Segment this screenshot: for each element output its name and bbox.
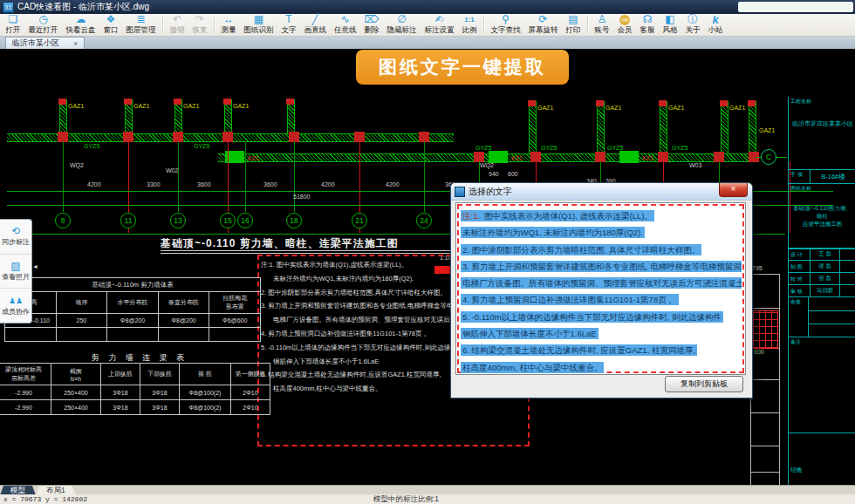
cloud-drive-label: 快看云盘 (66, 25, 96, 36)
side-sync-markup[interactable]: ⟲同步标注 (0, 220, 31, 255)
dialog-line-text: 钢筋伸入下部墙体长度不小于1.6LaE (461, 328, 598, 339)
grid-bubble[interactable]: 15 (220, 213, 236, 228)
boundary-column (223, 99, 231, 105)
toolbar-open[interactable]: ❏打开 (2, 14, 24, 36)
wall-label: 600 (508, 171, 518, 177)
toolbar-vip[interactable]: VIP会员 (613, 14, 636, 36)
toolbar-window[interactable]: ❖窗口 (99, 14, 122, 36)
wall-stub (224, 99, 232, 134)
dimension-text: 4200 (87, 181, 101, 187)
toolbar-layers[interactable]: ≣图层管理 (122, 14, 160, 36)
pen-settings-icon: ✍ (434, 14, 443, 25)
dialog-line-text: 2. 图中涂阴影部分表示剪力墙暗柱范围, 具体尺寸详暗柱大样图。 (461, 244, 701, 255)
collaboration-label: 成员协作 (2, 307, 30, 317)
grid-bubble[interactable]: 16 (237, 213, 253, 228)
titlebar-quick-box[interactable] (738, 2, 853, 12)
toolbar-style[interactable]: ◧风格 (659, 14, 681, 36)
toolbar-undo[interactable]: ↶撤销 (166, 14, 188, 36)
collapse-arrow-icon[interactable]: ◄ (32, 263, 38, 269)
tab-drawing[interactable]: 临沂市某小区 × (5, 37, 85, 49)
hide-icon: ∅ (397, 14, 406, 25)
toolbar-print[interactable]: ▤打印 (562, 14, 585, 36)
toolbar-about[interactable]: ⓘ关于 (681, 14, 704, 36)
sync-markup-label: 同步标注 (2, 237, 30, 247)
column-detail-strip (750, 274, 780, 485)
title-block-row: 校 对张 磊 (789, 273, 855, 285)
dimension-text: 3600 (197, 181, 211, 187)
toolbar-scale[interactable]: 1:1比例 (458, 14, 481, 36)
rotate-icon: ⟳ (538, 14, 547, 25)
boundary-column (58, 99, 66, 105)
magnifier-icon: ⚲ (502, 14, 510, 25)
boundary-column (174, 99, 181, 105)
side-panel: ⟲同步标注▨查看照片♟♟成员协作 (0, 219, 32, 324)
grid-line (63, 141, 64, 212)
toolbar-recent-open[interactable]: ◷最近打开 (24, 14, 62, 36)
dimension-text: 4200 (321, 181, 335, 187)
wall-label: GYZ5 (672, 145, 687, 151)
dialog-line-text: 电梯厂方设备图。所有墙体的预留洞、预埋套管应核对无误后方可浇注混凝土。 (461, 277, 742, 289)
toolbar-separator (483, 17, 484, 33)
selected-text-dialog[interactable]: 选择的文字 × 注:1. 图中实线表示为墙体(Q1), 虚线表示连梁(LL)。未… (450, 182, 753, 398)
toolbar-redo[interactable]: ↷恢复 (188, 14, 211, 36)
app-icon: 31 (3, 2, 14, 13)
toolbar-site[interactable]: k小站 (704, 14, 727, 36)
toolbar-markup-settings[interactable]: ✍标注设置 (421, 14, 458, 36)
layers-icon: ≣ (136, 14, 145, 25)
grid-bubble[interactable]: 13 (170, 213, 186, 228)
title-block-row-value: 王 磊 (810, 249, 839, 260)
account-label: 账号 (595, 25, 610, 36)
vip-label: 会员 (618, 25, 633, 36)
grid-bubble[interactable]: 24 (416, 213, 432, 228)
dialog-text-area[interactable]: 注:1. 图中实线表示为墙体(Q1), 虚线表示连梁(LL)。未标注外墙均为WQ… (455, 202, 746, 375)
toolbar-cloud-drive[interactable]: ☁快看云盘 (62, 14, 99, 36)
wall-label: KZ1 (511, 155, 523, 161)
toolbar-support[interactable]: ☊客服 (636, 14, 659, 36)
grid-bubble[interactable]: 8 (55, 213, 71, 228)
toolbar-erase[interactable]: ⌦删除 (360, 14, 383, 36)
boundary-column (748, 100, 756, 106)
copy-to-clipboard-button[interactable]: 复制到剪贴板 (665, 376, 743, 392)
drawing-recognize-label: 图纸识别 (244, 25, 274, 36)
wall-label: GAZ1 (729, 105, 745, 111)
toolbar-rotate-screen[interactable]: ⟳屏幕旋转 (524, 14, 562, 36)
side-collaboration[interactable]: ♟♟成员协作 (0, 289, 31, 323)
toolbar-hide-markup[interactable]: ∅隐藏标注 (383, 14, 421, 36)
title-block-name-label: 图纸名称 (790, 185, 811, 193)
grid-bubble[interactable]: 18 (286, 213, 302, 228)
toolbar-draw-line[interactable]: ╱画直线 (300, 14, 331, 36)
wall-label: GAZ1 (668, 105, 684, 111)
dimension-text: 3600 (263, 181, 277, 187)
toolbar-text[interactable]: T文字 (277, 14, 300, 36)
toolbar-account[interactable]: ♙账号 (591, 14, 613, 36)
grid-line (245, 141, 246, 212)
dialog-line-text: 图中实线表示为墙体(Q1), 虚线表示连梁(LL)。 (480, 210, 654, 221)
wall-stub (287, 99, 295, 134)
boundary-column (124, 99, 132, 105)
toolbar-text-search[interactable]: ⚲文字查找 (487, 14, 524, 36)
title-block-note-label: 备注 (790, 338, 801, 346)
side-view-photos[interactable]: ▨查看照片 (0, 255, 31, 289)
wall-label: KZ1 (248, 155, 259, 161)
erase-label: 删除 (365, 25, 380, 36)
dialog-line-text: 3. 剪力墙上开洞和预留套管详建筑图和各专业图纸, 电梯呼梯盒等电梯预留洞详 (461, 261, 742, 272)
toolbar-free-line[interactable]: ∿任意线 (331, 14, 361, 36)
dialog-text-line: 2. 图中涂阴影部分表示剪力墙暗柱范围, 具体尺寸详暗柱大样图。 (461, 241, 742, 257)
toolbar-drawing-recognize[interactable]: ▦图纸识别 (240, 14, 277, 36)
ruler-icon: ↔ (223, 14, 234, 25)
redo-icon: ↷ (195, 14, 204, 25)
toolbar-measure[interactable]: ↔测量 (217, 14, 240, 36)
dialog-close-button[interactable]: × (719, 183, 748, 197)
layers-label: 图层管理 (127, 25, 156, 36)
grid-bubble[interactable]: 11 (120, 213, 136, 228)
dialog-line-text: 5. -0.110m以上墙体的边缘构件当下部无对应边缘构件时, 则此边缘构件 (461, 311, 723, 323)
sync-icon: ⟲ (11, 226, 20, 237)
title-block-drawing-name: 基础顶~-0.110剪力墙、暗柱 连梁平法施工图 (790, 205, 854, 228)
grid-bubble[interactable]: 21 (352, 213, 367, 228)
eraser-icon: ⌦ (365, 14, 380, 25)
tab-close-icon[interactable]: × (73, 39, 78, 48)
axis-bubble-c[interactable]: C (761, 149, 776, 165)
drawing-title: 基础顶~-0.110 剪力墙、暗柱、连梁平法施工图 (161, 236, 399, 251)
title-block-row: 审 核马冠群 (789, 285, 855, 297)
wall-label: GYZ5 (607, 145, 623, 151)
